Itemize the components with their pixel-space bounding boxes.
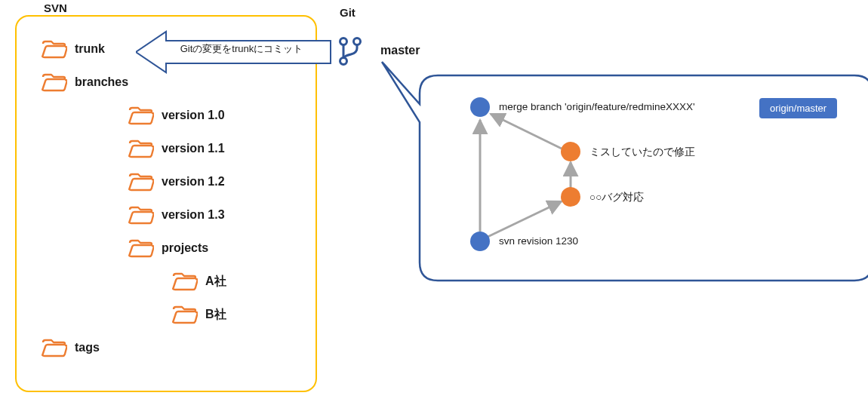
diagram-canvas: SVN trunk branches version 1.0 version 1… <box>0 0 868 408</box>
svg-point-7 <box>470 97 490 117</box>
folder-row: tags <box>42 338 100 357</box>
folder-row: version 1.1 <box>128 139 225 158</box>
folder-open-icon <box>129 207 153 223</box>
folder-open-icon <box>129 108 153 124</box>
commit-history-bubble: origin/master merge branch 'origin/featu… <box>420 75 857 281</box>
folder-row: B社 <box>172 305 226 324</box>
folder-label: version 1.3 <box>162 208 225 222</box>
folder-open-icon <box>173 274 197 290</box>
folder-open-icon <box>42 75 66 90</box>
folder-row: version 1.3 <box>128 205 225 225</box>
svg-point-9 <box>561 187 580 207</box>
folder-row: version 1.0 <box>128 106 225 125</box>
folder-label: projects <box>162 241 208 255</box>
folder-open-icon <box>173 307 197 323</box>
commit-label: merge branch 'origin/feature/redmineXXXX… <box>499 101 695 112</box>
git-branch-icon <box>337 36 363 69</box>
folder-label: trunk <box>75 42 105 56</box>
folder-row: branches <box>42 72 128 92</box>
commit-arrow-label: Gitの変更をtrunkにコミット <box>166 42 317 56</box>
svg-point-10 <box>470 232 490 251</box>
folder-label: version 1.0 <box>162 109 225 122</box>
folder-open-icon <box>42 340 66 356</box>
folder-row: version 1.2 <box>128 172 225 192</box>
folder-label: version 1.2 <box>162 175 225 189</box>
svg-point-0 <box>340 38 347 45</box>
svg-point-1 <box>354 38 361 45</box>
git-title: Git <box>340 6 356 19</box>
svn-title: SVN <box>39 2 72 14</box>
folder-open-icon <box>129 141 153 157</box>
folder-open-icon <box>42 41 66 57</box>
folder-row: trunk <box>42 39 105 59</box>
svg-point-2 <box>340 58 347 65</box>
folder-open-icon <box>129 174 153 190</box>
folder-label: tags <box>75 341 100 354</box>
folder-label: branches <box>75 75 128 89</box>
commit-label: ミスしていたので修正 <box>589 146 695 159</box>
svg-line-4 <box>486 201 562 238</box>
folder-label: A社 <box>205 274 226 290</box>
commit-label: ○○バグ対応 <box>589 191 644 204</box>
svg-line-6 <box>491 114 562 149</box>
folder-row: A社 <box>172 271 226 291</box>
origin-master-badge: origin/master <box>759 98 837 118</box>
folder-row: projects <box>128 238 208 258</box>
svg-point-8 <box>561 142 580 161</box>
commit-label: svn revision 1230 <box>499 235 578 247</box>
folder-label: B社 <box>205 307 226 323</box>
folder-open-icon <box>129 241 153 256</box>
folder-label: version 1.1 <box>162 142 225 155</box>
